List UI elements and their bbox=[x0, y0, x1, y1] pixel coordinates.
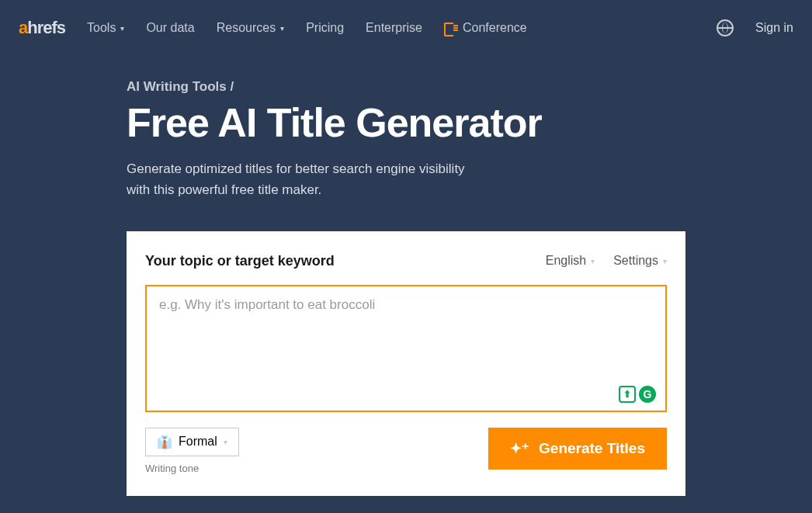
chevron-down-icon: ▾ bbox=[120, 24, 124, 33]
topic-label: Your topic or target keyword bbox=[145, 253, 335, 269]
page-subtitle: Generate optimized titles for better sea… bbox=[127, 159, 484, 200]
grammarly-icon[interactable]: G bbox=[639, 386, 656, 403]
card-top: Your topic or target keyword English▾ Se… bbox=[145, 253, 667, 269]
chevron-down-icon: ▾ bbox=[224, 438, 227, 446]
page-title: Free AI Title Generator bbox=[127, 101, 685, 145]
tone-dropdown[interactable]: 👔 Formal ▾ bbox=[145, 428, 239, 456]
top-controls: English▾ Settings▾ bbox=[546, 254, 667, 268]
tone-caption: Writing tone bbox=[145, 463, 239, 474]
topic-textarea-wrap: ⬆ G bbox=[145, 285, 667, 412]
breadcrumb[interactable]: AI Writing Tools / bbox=[127, 79, 685, 95]
nav-pricing[interactable]: Pricing bbox=[306, 21, 344, 35]
nav-resources[interactable]: Resources▾ bbox=[217, 21, 284, 35]
nav-tools-label: Tools bbox=[87, 21, 116, 35]
language-dropdown[interactable]: English▾ bbox=[546, 254, 595, 268]
tone-icon: 👔 bbox=[157, 435, 172, 449]
nav-resources-label: Resources bbox=[217, 21, 276, 35]
content: AI Writing Tools / Free AI Title Generat… bbox=[127, 56, 685, 496]
sparkle-icon: ✦⁺ bbox=[510, 440, 529, 457]
nav: Tools▾ Our data Resources▾ Pricing Enter… bbox=[87, 21, 527, 35]
nav-enterprise[interactable]: Enterprise bbox=[366, 21, 422, 35]
chevron-down-icon: ▾ bbox=[591, 257, 595, 265]
nav-tools[interactable]: Tools▾ bbox=[87, 21, 124, 35]
nav-enterprise-label: Enterprise bbox=[366, 21, 422, 35]
language-value: English bbox=[546, 254, 586, 268]
chevron-down-icon: ▾ bbox=[280, 24, 284, 33]
nav-our-data-label: Our data bbox=[146, 21, 194, 35]
sign-in-link[interactable]: Sign in bbox=[755, 21, 793, 35]
input-badges: ⬆ G bbox=[619, 386, 656, 403]
logo-rest: hrefs bbox=[27, 18, 65, 37]
bottom-row: 👔 Formal ▾ Writing tone ✦⁺ Generate Titl… bbox=[145, 428, 667, 474]
nav-conference-label: Conference bbox=[463, 21, 527, 35]
upload-icon[interactable]: ⬆ bbox=[619, 386, 636, 403]
generator-card: Your topic or target keyword English▾ Se… bbox=[127, 231, 685, 496]
logo-a: a bbox=[19, 18, 27, 37]
logo[interactable]: ahrefs bbox=[19, 18, 65, 38]
settings-label: Settings bbox=[613, 254, 658, 268]
nav-our-data[interactable]: Our data bbox=[146, 21, 194, 35]
globe-icon[interactable] bbox=[717, 19, 734, 36]
conference-icon bbox=[444, 23, 458, 33]
nav-conference[interactable]: Conference bbox=[444, 21, 527, 35]
header: ahrefs Tools▾ Our data Resources▾ Pricin… bbox=[0, 0, 812, 56]
tone-wrap: 👔 Formal ▾ Writing tone bbox=[145, 428, 239, 474]
generate-label: Generate Titles bbox=[539, 440, 645, 457]
settings-dropdown[interactable]: Settings▾ bbox=[613, 254, 667, 268]
topic-input[interactable] bbox=[159, 297, 653, 400]
nav-pricing-label: Pricing bbox=[306, 21, 344, 35]
tone-value: Formal bbox=[179, 435, 217, 449]
chevron-down-icon: ▾ bbox=[663, 257, 667, 265]
generate-button[interactable]: ✦⁺ Generate Titles bbox=[488, 428, 667, 470]
